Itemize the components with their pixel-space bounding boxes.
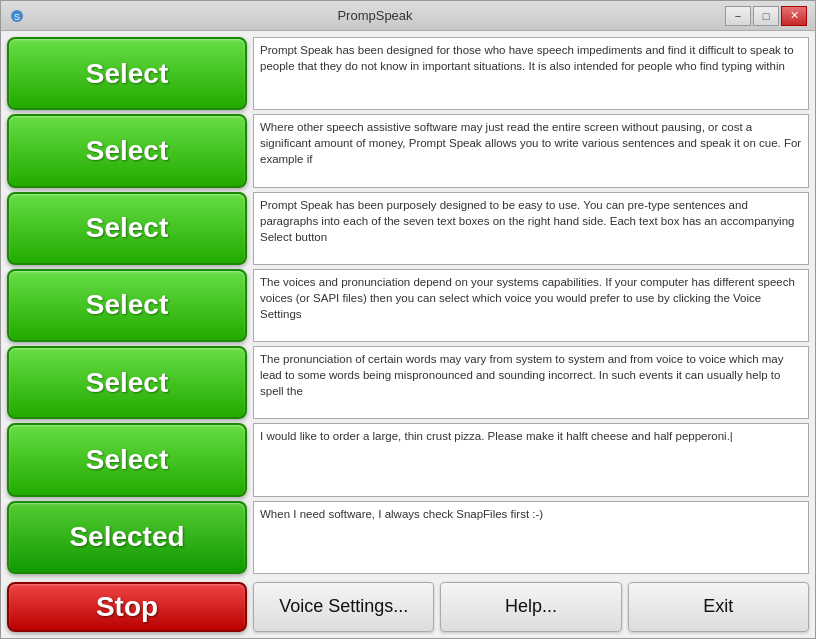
main-window: S PrompSpeak − □ ✕ Select Prompt Speak h…: [0, 0, 816, 639]
select-button-5[interactable]: Select: [7, 346, 247, 419]
textarea-wrapper-3: Prompt Speak has been purposely designed…: [253, 192, 809, 265]
voice-settings-button[interactable]: Voice Settings...: [253, 582, 434, 632]
select-button-2[interactable]: Select: [7, 114, 247, 187]
prompt-row-5: Select The pronunciation of certain word…: [7, 346, 809, 419]
title-bar: S PrompSpeak − □ ✕: [1, 1, 815, 31]
maximize-button[interactable]: □: [753, 6, 779, 26]
prompt-row-4: Select The voices and pronunciation depe…: [7, 269, 809, 342]
window-title: PrompSpeak: [25, 8, 725, 23]
select-button-7[interactable]: Selected: [7, 501, 247, 574]
textarea-wrapper-1: Prompt Speak has been designed for those…: [253, 37, 809, 110]
text-area-1[interactable]: Prompt Speak has been designed for those…: [253, 37, 809, 110]
close-button[interactable]: ✕: [781, 6, 807, 26]
text-area-2[interactable]: Where other speech assistive software ma…: [253, 114, 809, 187]
prompt-row-7: Selected When I need software, I always …: [7, 501, 809, 574]
select-button-4[interactable]: Select: [7, 269, 247, 342]
text-area-6[interactable]: I would like to order a large, thin crus…: [253, 423, 809, 496]
help-button[interactable]: Help...: [440, 582, 621, 632]
action-buttons: Voice Settings... Help... Exit: [253, 582, 809, 632]
svg-text:S: S: [14, 12, 20, 22]
textarea-wrapper-6: I would like to order a large, thin crus…: [253, 423, 809, 496]
window-controls: − □ ✕: [725, 6, 807, 26]
text-area-5[interactable]: The pronunciation of certain words may v…: [253, 346, 809, 419]
prompt-row-6: Select I would like to order a large, th…: [7, 423, 809, 496]
textarea-wrapper-5: The pronunciation of certain words may v…: [253, 346, 809, 419]
select-button-6[interactable]: Select: [7, 423, 247, 496]
app-icon: S: [9, 8, 25, 24]
text-area-3[interactable]: Prompt Speak has been purposely designed…: [253, 192, 809, 265]
bottom-bar: Stop Voice Settings... Help... Exit: [7, 578, 809, 632]
exit-button[interactable]: Exit: [628, 582, 809, 632]
text-area-7[interactable]: When I need software, I always check Sna…: [253, 501, 809, 574]
select-button-3[interactable]: Select: [7, 192, 247, 265]
textarea-wrapper-7: When I need software, I always check Sna…: [253, 501, 809, 574]
minimize-button[interactable]: −: [725, 6, 751, 26]
textarea-wrapper-2: Where other speech assistive software ma…: [253, 114, 809, 187]
prompt-row-2: Select Where other speech assistive soft…: [7, 114, 809, 187]
select-button-1[interactable]: Select: [7, 37, 247, 110]
main-content: Select Prompt Speak has been designed fo…: [1, 31, 815, 638]
prompt-row-1: Select Prompt Speak has been designed fo…: [7, 37, 809, 110]
textarea-wrapper-4: The voices and pronunciation depend on y…: [253, 269, 809, 342]
prompt-row-3: Select Prompt Speak has been purposely d…: [7, 192, 809, 265]
text-area-4[interactable]: The voices and pronunciation depend on y…: [253, 269, 809, 342]
stop-button[interactable]: Stop: [7, 582, 247, 632]
